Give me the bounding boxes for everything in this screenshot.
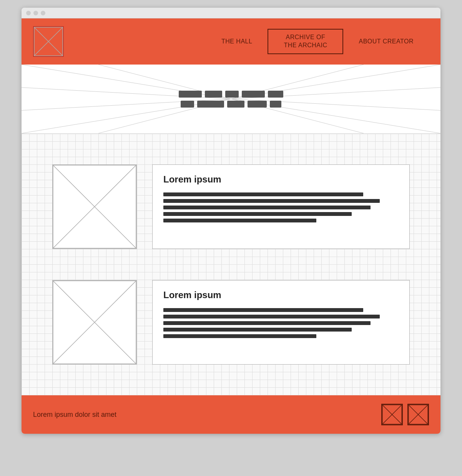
nav-link-the-hall[interactable]: THE HALL bbox=[206, 34, 268, 50]
text-line bbox=[163, 192, 363, 196]
content-row: Lorem ipsum bbox=[52, 149, 410, 265]
nav-logo[interactable] bbox=[33, 26, 64, 57]
content-card-2: Lorem ipsum bbox=[152, 280, 410, 365]
card-title-2: Lorem ipsum bbox=[163, 290, 399, 300]
text-line bbox=[163, 321, 371, 325]
filter-pill[interactable] bbox=[197, 101, 224, 108]
hero-section bbox=[22, 65, 440, 134]
text-line bbox=[163, 219, 316, 222]
text-line bbox=[163, 206, 371, 209]
content-card-1: Lorem ipsum bbox=[152, 164, 410, 249]
filter-pill[interactable] bbox=[205, 91, 222, 98]
nav-link-archive[interactable]: ARCHIVE OFTHE ARCHAIC bbox=[268, 29, 343, 54]
nav-link-about[interactable]: ABOUT CREATOR bbox=[343, 34, 429, 50]
text-line bbox=[163, 199, 380, 203]
filter-row-1 bbox=[179, 91, 283, 98]
nav-links: THE HALL ARCHIVE OFTHE ARCHAIC ABOUT CRE… bbox=[206, 29, 429, 54]
filter-pill[interactable] bbox=[179, 91, 202, 98]
footer-icons bbox=[381, 404, 429, 425]
filter-row-2 bbox=[181, 101, 281, 108]
main-window: THE HALL ARCHIVE OFTHE ARCHAIC ABOUT CRE… bbox=[22, 8, 440, 434]
text-line bbox=[163, 328, 352, 332]
text-line bbox=[163, 308, 363, 312]
content-area: Lorem ipsum Lorem ipsum bbox=[22, 134, 440, 395]
filter-pill[interactable] bbox=[248, 101, 267, 108]
hero-filter-bar bbox=[179, 91, 283, 108]
filter-pill[interactable] bbox=[268, 91, 283, 98]
text-line bbox=[163, 212, 352, 216]
footer-social-icon-1[interactable] bbox=[381, 404, 403, 425]
close-button[interactable] bbox=[26, 11, 31, 15]
text-lines-1 bbox=[163, 192, 399, 222]
filter-pill[interactable] bbox=[227, 101, 244, 108]
filter-pill[interactable] bbox=[181, 101, 194, 108]
card-title-1: Lorem ipsum bbox=[163, 174, 399, 185]
text-line bbox=[163, 315, 380, 318]
placeholder-image-1 bbox=[52, 164, 137, 249]
text-line bbox=[163, 334, 316, 338]
text-lines-2 bbox=[163, 308, 399, 338]
maximize-button[interactable] bbox=[41, 11, 45, 15]
filter-pill[interactable] bbox=[225, 91, 239, 98]
placeholder-image-2 bbox=[52, 280, 137, 365]
footer-text: Lorem ipsum dolor sit amet bbox=[33, 411, 116, 419]
footer-social-icon-2[interactable] bbox=[407, 404, 429, 425]
filter-pill[interactable] bbox=[242, 91, 265, 98]
window-chrome bbox=[22, 8, 440, 18]
minimize-button[interactable] bbox=[33, 11, 38, 15]
navbar: THE HALL ARCHIVE OFTHE ARCHAIC ABOUT CRE… bbox=[22, 18, 440, 65]
footer: Lorem ipsum dolor sit amet bbox=[22, 395, 440, 434]
content-row: Lorem ipsum bbox=[52, 265, 410, 380]
filter-pill[interactable] bbox=[270, 101, 281, 108]
